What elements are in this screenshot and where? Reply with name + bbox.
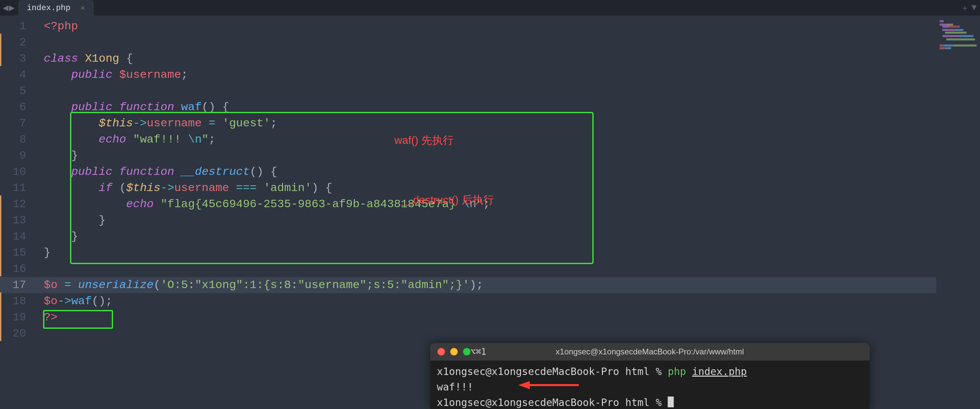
maximize-window-icon[interactable] — [463, 348, 471, 355]
terminal-titlebar[interactable]: ⌥⌘1 x1ongsec@x1ongsecdeMacBook-Pro:/var/… — [430, 343, 870, 361]
line-number: 13 — [0, 212, 32, 228]
line-number: 18 — [0, 293, 32, 309]
gutter-marks — [0, 31, 2, 409]
line-number: 12 — [0, 196, 32, 212]
line-number: 17 — [0, 277, 32, 293]
code-line: } — [32, 212, 936, 228]
line-number: 11 — [0, 180, 32, 196]
code-line: $this->username = 'guest'; — [32, 115, 936, 131]
line-number: 10 — [0, 164, 32, 180]
terminal-line: x1ongsec@x1ongsecdeMacBook-Pro html % ph… — [437, 364, 863, 379]
tab-index-php[interactable]: index.php ✕ — [18, 0, 94, 16]
code-line: public function __destruct() { — [32, 164, 936, 180]
line-number: 7 — [0, 115, 32, 131]
code-line — [32, 83, 936, 99]
nav-back-icon[interactable]: ◀ — [3, 2, 8, 13]
line-number: 19 — [0, 309, 32, 326]
terminal-tab-shortcut: ⌥⌘1 — [471, 343, 486, 361]
terminal-line: x1ongsec@x1ongsecdeMacBook-Pro html % — [437, 395, 863, 409]
close-icon[interactable]: ✕ — [80, 3, 85, 13]
line-number-gutter: 1 2 3 4 5 6 7 8 9 10 11 12 13 14 15 16 1… — [0, 16, 32, 409]
code-line: public function waf() { — [32, 99, 936, 115]
code-line: $o->waf(); — [32, 293, 936, 309]
line-number: 4 — [0, 67, 32, 83]
terminal-body[interactable]: x1ongsec@x1ongsecdeMacBook-Pro html % ph… — [430, 361, 870, 409]
line-number: 20 — [0, 326, 32, 342]
terminal-window: ⌥⌘1 x1ongsec@x1ongsecdeMacBook-Pro:/var/… — [430, 343, 870, 409]
close-window-icon[interactable] — [438, 348, 445, 355]
annotation-text-destruct: __destruct() 后执行 — [401, 193, 494, 208]
code-line: $o = unserialize('O:5:"x1ong":1:{s:8:"us… — [32, 277, 936, 293]
line-number: 14 — [0, 228, 32, 244]
line-number: 2 — [0, 34, 32, 51]
line-number: 15 — [0, 244, 32, 261]
code-line: ?> — [32, 309, 936, 326]
terminal-title: x1ongsec@x1ongsecdeMacBook-Pro:/var/www/… — [555, 343, 744, 361]
minimap-content — [940, 20, 977, 51]
code-line: public $username; — [32, 67, 936, 83]
cursor-icon — [668, 396, 674, 407]
annotation-text-waf: waf() 先执行 — [395, 133, 453, 148]
code-line — [32, 326, 936, 342]
code-line: } — [32, 244, 936, 261]
line-number: 5 — [0, 83, 32, 99]
code-line: <?php — [32, 18, 936, 34]
code-line: echo "waf!!! \n"; — [32, 131, 936, 147]
editor-tab-bar: ◀ ▶ index.php ✕ ＋ ▼ — [0, 0, 980, 16]
window-controls — [438, 348, 471, 355]
line-number: 16 — [0, 261, 32, 277]
terminal-line: waf!!! — [437, 379, 863, 395]
new-tab-icon[interactable]: ＋ — [961, 2, 969, 14]
nav-forward-icon[interactable]: ▶ — [9, 2, 15, 13]
nav-arrows: ◀ ▶ — [3, 2, 15, 13]
line-number: 6 — [0, 99, 32, 115]
line-number: 9 — [0, 147, 32, 164]
tabbar-right-controls: ＋ ▼ — [961, 0, 977, 16]
code-line: } — [32, 228, 936, 244]
code-line — [32, 34, 936, 51]
tab-menu-icon[interactable]: ▼ — [971, 3, 977, 13]
line-number: 8 — [0, 131, 32, 147]
minimize-window-icon[interactable] — [450, 348, 458, 355]
line-number: 3 — [0, 51, 32, 67]
code-line: } — [32, 147, 936, 164]
line-number: 1 — [0, 18, 32, 34]
code-line: class X1ong { — [32, 51, 936, 67]
minimap[interactable] — [936, 16, 980, 409]
code-line — [32, 261, 936, 277]
tab-label: index.php — [27, 3, 71, 13]
